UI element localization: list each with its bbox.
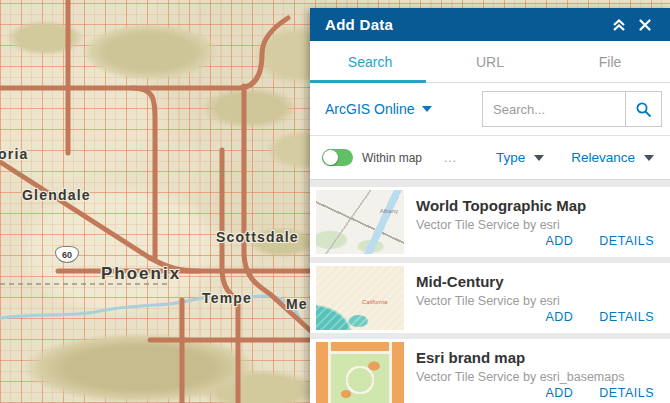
map-label-tempe: Tempe [202, 290, 252, 306]
collapse-button[interactable] [606, 12, 632, 38]
thumbnail-place-label: Albany [380, 208, 398, 214]
map-label-scottsdale: Scottsdale [216, 229, 299, 245]
close-button[interactable] [632, 12, 658, 38]
within-map-label: Within map [362, 151, 422, 165]
tab-search[interactable]: Search [310, 41, 430, 82]
search-icon [635, 101, 652, 118]
relevance-dropdown[interactable]: Relevance [571, 150, 654, 165]
result-item-mid-century[interactable]: California Mid-Century Vector Tile Servi… [310, 263, 670, 333]
type-dropdown[interactable]: Type [496, 150, 544, 165]
add-button[interactable]: ADD [545, 234, 573, 248]
search-results-list: Albany World Topographic Map Vector Tile… [310, 179, 670, 403]
add-data-panel: Add Data Search URL File ArcGIS Online [310, 8, 670, 403]
tab-bar: Search URL File [310, 41, 670, 83]
add-button[interactable]: ADD [545, 310, 573, 324]
result-thumbnail: Albany [316, 190, 404, 254]
chevron-down-icon [534, 155, 544, 161]
type-dropdown-label: Type [496, 150, 525, 165]
result-subtitle: Vector Tile Service by esri [416, 218, 560, 232]
tab-file[interactable]: File [550, 41, 670, 82]
map-label-peoria: oria [0, 146, 28, 162]
map-label-phoenix: Phoenix [101, 264, 181, 284]
result-subtitle: Vector Tile Service by esri_basemaps [416, 370, 624, 384]
source-selector-label: ArcGIS Online [325, 101, 414, 117]
source-selector[interactable]: ArcGIS Online [325, 101, 432, 117]
add-button[interactable]: ADD [545, 386, 573, 400]
chevron-double-up-icon [611, 18, 627, 32]
panel-header: Add Data [310, 8, 670, 41]
result-thumbnail [316, 342, 404, 403]
thumbnail-place-label: California [362, 299, 387, 305]
result-title: Mid-Century [416, 273, 504, 290]
details-button[interactable]: DETAILS [599, 234, 654, 248]
map-label-glendale: Glendale [22, 187, 91, 203]
chevron-down-icon [644, 155, 654, 161]
result-thumbnail: California [316, 266, 404, 330]
result-actions: ADD DETAILS [545, 310, 654, 324]
search-input[interactable] [483, 92, 625, 126]
chevron-down-icon [422, 106, 432, 112]
details-button[interactable]: DETAILS [599, 310, 654, 324]
app-window: oria Glendale Scottsdale Phoenix Tempe M… [0, 0, 670, 403]
details-button[interactable]: DETAILS [599, 386, 654, 400]
result-title: Esri brand map [416, 349, 525, 366]
result-title: World Topographic Map [416, 197, 586, 214]
within-map-toggle[interactable] [322, 149, 353, 166]
result-actions: ADD DETAILS [545, 234, 654, 248]
more-options-ellipsis[interactable]: ... [444, 151, 457, 165]
close-icon [639, 19, 651, 31]
map-label-mesa: Me [286, 296, 308, 312]
result-subtitle: Vector Tile Service by esri [416, 294, 560, 308]
toggle-knob [323, 150, 338, 165]
result-item-world-topographic[interactable]: Albany World Topographic Map Vector Tile… [310, 187, 670, 257]
panel-title: Add Data [325, 16, 606, 33]
filter-row: Within map ... Type Relevance [310, 135, 670, 179]
relevance-dropdown-label: Relevance [571, 150, 635, 165]
search-button[interactable] [625, 92, 661, 126]
source-row: ArcGIS Online [310, 83, 670, 135]
result-actions: ADD DETAILS [545, 386, 654, 400]
result-item-esri-brand-map[interactable]: Esri brand map Vector Tile Service by es… [310, 339, 670, 403]
tab-url[interactable]: URL [430, 41, 550, 82]
search-box [482, 91, 662, 127]
